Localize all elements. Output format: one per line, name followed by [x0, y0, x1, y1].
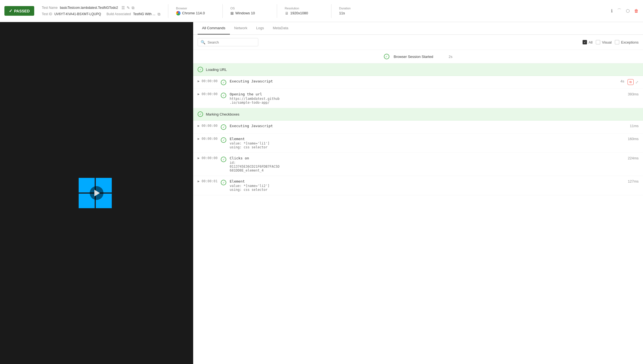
cmd-status: ✓ — [221, 180, 226, 185]
cmd-duration: 11ms — [630, 124, 639, 128]
cmd-time[interactable]: ▶ 00:00:00 — [198, 156, 217, 160]
status-badge: ✓ PASSED — [4, 6, 34, 16]
windows-icon: ⊞ — [230, 11, 234, 15]
check-icon: ✓ — [9, 8, 12, 14]
command-row: ▶ 00:00:00 ✓ Element value: *[name='li1'… — [193, 133, 643, 153]
main-content: All Commands Network Logs MetaData 🔍 ✓ A… — [0, 22, 643, 364]
header: ✓ PASSED Test Name basicTestcom.lambdate… — [0, 0, 643, 22]
play-triangle-icon — [94, 190, 100, 196]
section-title: Marking Checkboxes — [206, 112, 239, 116]
cmd-time[interactable]: ▶ 00:00:00 — [198, 137, 217, 141]
tab-logs[interactable]: Logs — [252, 22, 268, 34]
filter-visual[interactable]: Visual — [596, 40, 612, 44]
edit-icon[interactable]: ✎ — [127, 6, 130, 10]
video-panel[interactable] — [0, 22, 193, 364]
exceptions-checkbox[interactable] — [615, 40, 619, 44]
cmd-action-btn[interactable]: ⧉ — [628, 79, 634, 85]
cmd-time[interactable]: ▶ 00:00:00 — [198, 92, 217, 96]
commands-panel: All Commands Network Logs MetaData 🔍 ✓ A… — [193, 22, 643, 364]
test-meta: Test Name basicTestcom.lambdatest.TestNG… — [42, 6, 160, 17]
delete-icon[interactable]: 🗑 — [634, 9, 639, 14]
replay-icon[interactable]: ⌒ — [617, 8, 621, 14]
cmd-content: Element value: *[name='li1']using: css s… — [230, 137, 625, 149]
cmd-status: ✓ — [221, 157, 226, 162]
cmd-duration: 127ms — [628, 179, 639, 183]
cmd-name: Element — [230, 137, 245, 141]
windows-logo — [79, 175, 115, 211]
cmd-detail: value: *[name='li1']using: css selector — [230, 141, 625, 149]
tab-all-commands[interactable]: All Commands — [198, 22, 230, 34]
cmd-content: Executing Javascript — [230, 124, 626, 128]
commands-list: ✓ Browser Session Started 2s ✓ Loading U… — [193, 50, 643, 364]
session-name: Browser Session Started — [394, 55, 433, 59]
chrome-icon — [176, 11, 180, 15]
expand-icon[interactable]: ⤢ — [635, 80, 639, 84]
filter-exceptions[interactable]: Exceptions — [615, 40, 639, 44]
cmd-name: Executing Javascript — [230, 79, 273, 83]
command-row: ▶ 00:00:00 ✓ Executing Javascript 4s ⧉ ⤢ — [193, 76, 643, 89]
section-loading-url: ✓ Loading URL — [193, 63, 643, 76]
browser-info: Browser Chrome 114.0 — [176, 7, 215, 15]
cmd-name: Executing Javascript — [230, 124, 273, 128]
cmd-status: ✓ — [221, 124, 226, 130]
resolution-info: Resolution 🖥 1920x1080 — [285, 7, 323, 15]
divider-1 — [168, 4, 168, 18]
session-duration: 2s — [449, 55, 453, 59]
divider-4 — [331, 4, 331, 18]
command-row: ▶ 00:00:00 ✓ Executing Javascript 11ms — [193, 121, 643, 133]
cmd-time[interactable]: ▶ 00:00:01 — [198, 179, 217, 183]
filter-all[interactable]: ✓ All — [583, 40, 592, 44]
cmd-detail: value: *[name='li2']using: css selector — [230, 184, 625, 192]
cmd-content: Executing Javascript — [230, 79, 617, 83]
cmd-detail: https://lambdatest.github.io/sample-todo… — [230, 97, 625, 105]
cmd-duration: 393ms — [628, 92, 639, 96]
cmd-status: ✓ — [221, 93, 226, 98]
command-row: ▶ 00:00:01 ✓ Element value: *[name='li2'… — [193, 176, 643, 195]
toolbar: 🔍 ✓ All Visual Exceptions — [193, 35, 643, 50]
monitor-icon: 🖥 — [285, 11, 289, 15]
cmd-duration: 160ms — [628, 137, 639, 141]
copy-icon[interactable]: ⧉ — [132, 6, 134, 10]
duration-info: Duration 11s — [339, 7, 378, 15]
visual-checkbox[interactable] — [596, 40, 600, 44]
all-checkbox[interactable]: ✓ — [583, 40, 587, 44]
cmd-duration: 4s — [620, 79, 624, 83]
copy-build-icon[interactable]: ⧉ — [158, 12, 160, 17]
section-marking-checkboxes: ✓ Marking Checkboxes — [193, 108, 643, 121]
cmd-time[interactable]: ▶ 00:00:00 — [198, 124, 217, 128]
tabs-bar: All Commands Network Logs MetaData — [193, 22, 643, 35]
cmd-name: Opening the url — [230, 92, 262, 96]
section-title: Loading URL — [206, 68, 227, 72]
search-icon: 🔍 — [201, 40, 205, 44]
section-check-icon: ✓ — [198, 111, 203, 117]
os-info: OS ⊞ Windows 10 — [230, 7, 269, 15]
cmd-status: ✓ — [221, 80, 226, 85]
command-row: ▶ 00:00:00 ✓ Opening the url https://lam… — [193, 89, 643, 108]
play-button[interactable] — [90, 186, 103, 200]
share-icon[interactable]: ⬡ — [626, 8, 630, 14]
session-check-icon: ✓ — [384, 54, 389, 59]
section-check-icon: ✓ — [198, 67, 203, 72]
header-actions: ℹ ⌒ ⬡ 🗑 — [611, 8, 639, 14]
cmd-name: Element — [230, 179, 245, 183]
cmd-content: Opening the url https://lambdatest.githu… — [230, 92, 625, 105]
cmd-content: Clicks on id:0113745E36CD21F6FDB7FAC5D68… — [230, 156, 625, 172]
cmd-detail: id:0113745E36CD21F6FDB7FAC5D681DD8E_elem… — [230, 161, 625, 172]
cmd-name: Clicks on — [230, 156, 249, 160]
cmd-time[interactable]: ▶ 00:00:00 — [198, 79, 217, 83]
list-icon[interactable]: ☰ — [121, 6, 125, 10]
command-row: ▶ 00:00:00 ✓ Clicks on id:0113745E36CD21… — [193, 153, 643, 176]
cmd-content: Element value: *[name='li2']using: css s… — [230, 179, 625, 192]
search-box[interactable]: 🔍 — [198, 38, 258, 46]
divider-2 — [222, 4, 223, 18]
info-icon[interactable]: ℹ — [611, 8, 613, 14]
cmd-duration: 224ms — [628, 156, 639, 160]
cmd-status: ✓ — [221, 137, 226, 143]
tab-metadata[interactable]: MetaData — [268, 22, 293, 34]
cmd-actions: ⧉ ⤢ — [628, 79, 639, 85]
filter-group: ✓ All Visual Exceptions — [583, 40, 639, 44]
session-started-row: ✓ Browser Session Started 2s — [193, 50, 643, 63]
divider-3 — [277, 4, 277, 18]
search-input[interactable] — [208, 40, 255, 44]
tab-network[interactable]: Network — [230, 22, 252, 34]
